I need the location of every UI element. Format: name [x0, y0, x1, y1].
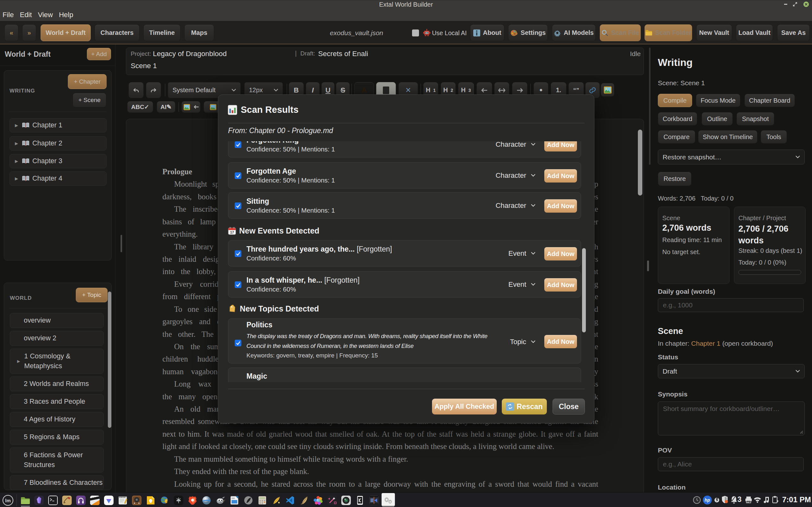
svg-text:17: 17 — [230, 230, 234, 234]
